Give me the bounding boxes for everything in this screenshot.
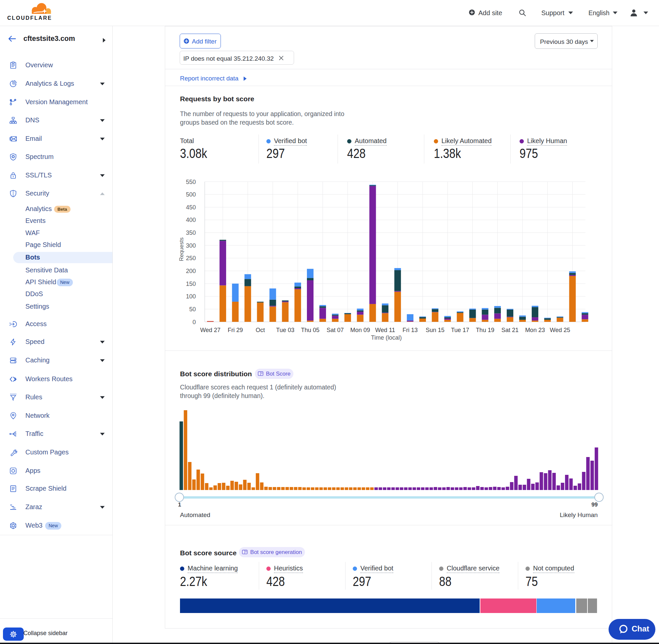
svg-text:Sat 21: Sat 21 [501,327,519,334]
svg-text:250: 250 [186,255,196,261]
svg-text:Tue 17: Tue 17 [451,327,469,334]
svg-text:400: 400 [186,217,196,223]
svg-text:50: 50 [189,306,196,313]
svg-text:200: 200 [186,268,196,274]
svg-text:Fri 13: Fri 13 [402,327,418,334]
svg-text:Wed 27: Wed 27 [200,327,220,334]
svg-text:350: 350 [186,230,196,236]
svg-text:Wed 25: Wed 25 [550,327,570,334]
svg-text:Thu 05: Thu 05 [301,327,320,334]
svg-text:Sat 07: Sat 07 [327,327,344,334]
svg-text:Tue 03: Tue 03 [276,327,295,334]
svg-text:Thu 19: Thu 19 [476,327,494,334]
svg-text:Oct: Oct [256,327,265,334]
svg-text:100: 100 [186,293,196,300]
svg-text:300: 300 [186,243,196,249]
svg-text:Time (local): Time (local) [371,335,402,341]
svg-text:0: 0 [192,319,196,325]
svg-text:Mon 23: Mon 23 [525,327,545,334]
svg-text:500: 500 [186,191,196,198]
svg-text:Fri 29: Fri 29 [228,327,243,334]
svg-text:Requests: Requests [178,237,185,261]
svg-text:550: 550 [186,179,196,185]
svg-text:Wed 11: Wed 11 [375,327,395,334]
svg-text:Mon 09: Mon 09 [350,327,370,334]
svg-text:150: 150 [186,281,196,287]
svg-text:Sun 15: Sun 15 [426,327,444,334]
svg-text:450: 450 [186,204,196,211]
